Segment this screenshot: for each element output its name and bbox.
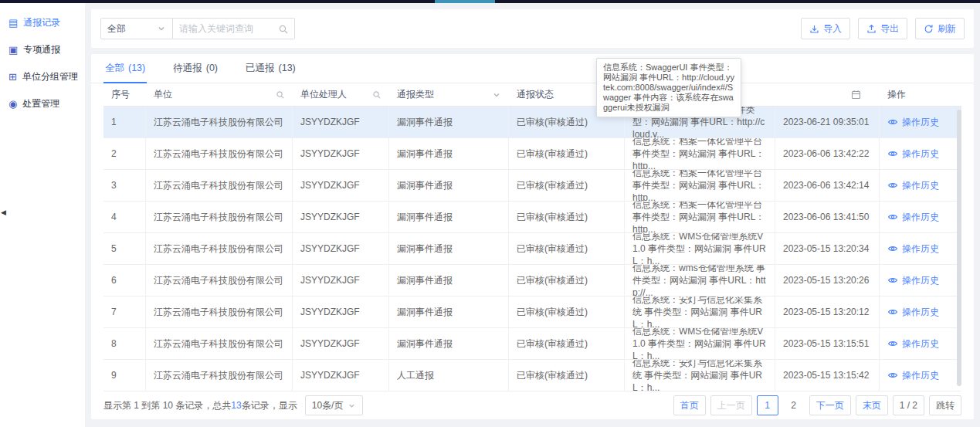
刷新-button[interactable]: 刷新 — [915, 18, 965, 39]
row-index-text: 1 — [111, 116, 117, 128]
unit-cell-text: 江苏云涌电子科技股份有限公司 — [154, 306, 283, 318]
time-text: 2023-06-06 13:41:50 — [783, 212, 869, 222]
action-cell: 操作历史 — [880, 297, 961, 327]
tab-已通报[interactable]: 已通报(13) — [244, 62, 297, 83]
table-row[interactable]: 8江苏云涌电子科技股份有限公司JSYYDZKJGF漏洞事件通报已审核(审核通过)… — [103, 328, 961, 360]
export-icon — [866, 24, 877, 34]
sidebar-item-专项通报[interactable]: ▣专项通报 — [0, 36, 85, 63]
type-filter-chevron-icon[interactable] — [492, 90, 501, 100]
table-row[interactable]: 2江苏云涌电子科技股份有限公司JSYYDZKJGF漏洞事件通报已审核(审核通过)… — [103, 138, 961, 170]
table-row[interactable]: 4江苏云涌电子科技股份有限公司JSYYDZKJGF漏洞事件通报已审核(审核通过)… — [103, 202, 961, 233]
table-row[interactable]: 1江苏云涌电子科技股份有限公司JSYYDZKJGF漏洞事件通报已审核(审核通过)… — [103, 107, 961, 138]
time-text: 2023-06-06 13:42:22 — [783, 148, 869, 159]
handler-cell: JSYYDZKJGF — [293, 107, 389, 137]
search-box — [173, 18, 295, 39]
row-index: 9 — [103, 360, 146, 391]
sidebar-item-单位分组管理[interactable]: ⊞单位分组管理 — [0, 63, 85, 90]
sidebar-item-处置管理[interactable]: ◉处置管理 — [0, 90, 85, 117]
header-handler: 单位处理人 — [293, 83, 389, 106]
table-row[interactable]: 9江苏云涌电子科技股份有限公司JSYYDZKJGF人工通报已审核(审核通过)信息… — [103, 360, 961, 391]
import-icon — [809, 24, 819, 34]
unit-cell: 江苏云涌电子科技股份有限公司 — [146, 107, 293, 137]
sidebar-item-通报记录[interactable]: ▤通报记录 — [0, 9, 85, 36]
unit-cell-text: 江苏云涌电子科技股份有限公司 — [154, 337, 283, 350]
status-cell-text: 已审核(审核通过) — [517, 306, 588, 318]
operation-history-link[interactable]: 操作历史 — [887, 179, 939, 192]
导入-button[interactable]: 导入 — [801, 18, 850, 39]
sidebar: ▤通报记录▣专项通报⊞单位分组管理◉处置管理 — [0, 3, 85, 427]
chevron-down-icon — [157, 24, 166, 33]
tab-待通报[interactable]: 待通报(0) — [171, 62, 219, 83]
pagination-next-button[interactable]: 下一页 — [809, 395, 851, 415]
table-row[interactable]: 7江苏云涌电子科技股份有限公司JSYYDZKJGF漏洞事件通报已审核(审核通过)… — [103, 297, 961, 328]
report-table-card: 全部(13)待通报(0)已通报(13) 序号 单位 单位处理人 通报类型 通报状… — [91, 54, 974, 419]
status-cell-text: 已审核(审核通过) — [517, 369, 588, 381]
operation-history-link[interactable]: 操作历史 — [887, 274, 939, 287]
unit-group-icon: ⊞ — [8, 72, 17, 82]
operation-history-link[interactable]: 操作历史 — [887, 147, 939, 161]
eye-icon — [887, 276, 898, 285]
unit-cell-text: 江苏云涌电子科技股份有限公司 — [154, 274, 283, 286]
jump-button[interactable]: 跳转 — [929, 395, 961, 415]
search-input[interactable] — [173, 19, 267, 39]
operation-history-link[interactable]: 操作历史 — [887, 337, 939, 351]
filter-select[interactable]: 全部 — [100, 18, 173, 39]
unit-search-icon[interactable] — [276, 90, 285, 100]
tab-全部[interactable]: 全部(13) — [103, 62, 147, 83]
导出-button[interactable]: 导出 — [858, 18, 907, 39]
handler-cell-text: JSYYDZKJGF — [300, 211, 360, 223]
pagination-page-2[interactable]: 2 — [783, 395, 805, 415]
type-cell: 漏洞事件通报 — [389, 297, 509, 327]
table-body: 1江苏云涌电子科技股份有限公司JSYYDZKJGF漏洞事件通报已审核(审核通过)… — [91, 107, 974, 391]
header-type: 通报类型 — [389, 83, 509, 106]
action-cell: 操作历史 — [880, 328, 961, 359]
button-label: 刷新 — [938, 22, 956, 36]
table-row[interactable]: 6江苏云涌电子科技股份有限公司JSYYDZKJGF漏洞事件通报已审核(审核通过)… — [103, 265, 961, 297]
button-label: 导出 — [880, 22, 899, 36]
summary-text-2: 条记录，显示 — [242, 399, 297, 412]
search-icon[interactable] — [278, 24, 289, 35]
status-cell: 已审核(审核通过) — [509, 170, 625, 201]
action-cell: 操作历史 — [880, 170, 961, 201]
operation-history-link[interactable]: 操作历史 — [887, 242, 939, 256]
page-ratio: 1 / 2 — [893, 395, 924, 415]
operation-history-link[interactable]: 操作历史 — [887, 369, 939, 382]
search-toolbar: 全部 导入导出刷新 — [91, 9, 974, 48]
pagination-page-1[interactable]: 1 — [757, 395, 778, 415]
action-label: 操作历史 — [902, 147, 939, 161]
operation-history-link[interactable]: 操作历史 — [887, 211, 939, 224]
pagination-last-button[interactable]: 末页 — [856, 395, 888, 415]
handler-cell: JSYYDZKJGF — [293, 170, 389, 201]
table-scrollbar[interactable] — [957, 110, 961, 386]
report-record-icon: ▤ — [8, 18, 18, 28]
handler-search-icon[interactable] — [372, 90, 381, 100]
page-size-select[interactable]: 10条/页 — [305, 395, 364, 415]
sidebar-collapse-icon[interactable]: ◀ — [1, 209, 6, 216]
status-cell-text: 已审核(审核通过) — [517, 116, 588, 128]
calendar-icon[interactable] — [851, 90, 861, 100]
action-label: 操作历史 — [902, 369, 939, 382]
tab-label: 已通报 — [246, 63, 275, 73]
handler-cell-text: JSYYDZKJGF — [300, 116, 360, 128]
header-unit: 单位 — [146, 83, 293, 106]
operation-history-link[interactable]: 操作历史 — [887, 116, 939, 129]
operation-history-link[interactable]: 操作历史 — [887, 306, 939, 319]
content-cell: 信息系统：WMS仓储管理系统V1.0 事件类型：网站漏洞 事件URL：h... — [625, 233, 775, 264]
eye-icon — [887, 339, 898, 348]
unit-cell-text: 江苏云涌电子科技股份有限公司 — [154, 147, 283, 160]
content-text: 信息系统：档案一体化管理平台 事件类型：网站漏洞 事件URL：http... — [632, 138, 767, 169]
table-row[interactable]: 5江苏云涌电子科技股份有限公司JSYYDZKJGF漏洞事件通报已审核(审核通过)… — [103, 233, 961, 265]
action-cell: 操作历史 — [880, 107, 961, 137]
table-row[interactable]: 3江苏云涌电子科技股份有限公司JSYYDZKJGF漏洞事件通报已审核(审核通过)… — [103, 170, 961, 202]
row-index-text: 2 — [111, 147, 117, 160]
handler-cell: JSYYDZKJGF — [293, 138, 389, 169]
unit-cell: 江苏云涌电子科技股份有限公司 — [146, 360, 293, 391]
type-cell: 人工通报 — [389, 360, 509, 391]
summary-total: 13 — [231, 400, 241, 411]
time-text: 2023-05-15 13:20:12 — [783, 307, 869, 317]
action-cell: 操作历史 — [880, 360, 961, 391]
eye-icon — [887, 307, 898, 317]
row-index-text: 6 — [111, 274, 117, 286]
type-cell: 漏洞事件通报 — [389, 170, 509, 201]
pagination-first-button[interactable]: 首页 — [673, 395, 706, 415]
